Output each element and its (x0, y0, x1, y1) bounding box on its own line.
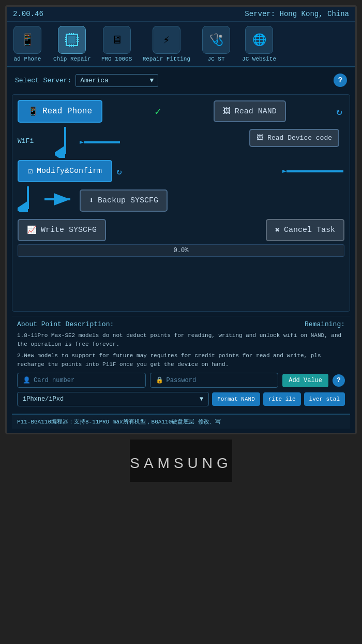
svg-rect-12 (71, 45, 72, 47)
cancel-x-icon: ✖ (275, 225, 280, 235)
device-actions-row: iPhxne/iPxd ▼ Format NAND rite ile iver … (17, 392, 345, 406)
nav-read-phone-label: ad Phone (14, 56, 41, 62)
server-info-text: Server: Hong Kong, China (245, 10, 349, 18)
arrow-down-left (55, 127, 76, 160)
refresh-icon: ↻ (336, 105, 342, 118)
help-button[interactable]: ? (334, 74, 347, 87)
read-phone-icon: 📱 (13, 26, 41, 54)
backup-icon: ⬇ (89, 196, 94, 206)
nand-icon: 🖼 (223, 107, 231, 116)
chevron-down-icon-2: ▼ (200, 396, 203, 403)
sidebar-item-chip-repair[interactable]: Chip Repair (48, 24, 96, 64)
lock-icon: 🔒 (156, 376, 163, 384)
remaining-label: Remaining: (305, 320, 345, 328)
sidebar-item-jc-st[interactable]: 🩺 JC ST (195, 24, 237, 64)
nav-jc-website-label: JC Website (242, 56, 276, 62)
description-area: About Point Description: Remaining: 1.8-… (12, 316, 350, 414)
backup-arrows-row: ⬇ Backup SYSCFG (18, 186, 344, 215)
server-select-value: America (80, 77, 109, 84)
sidebar-item-jc-website[interactable]: 🌐 JC Website (237, 24, 281, 64)
svg-rect-2 (65, 37, 67, 38)
main-content: Select Server: America ▼ ? 📱 Read Phone … (7, 67, 355, 433)
monitor: 2.00.46 Server: Hong Kong, China 📱 ad Ph… (0, 0, 362, 644)
device-code-icon: 🖼 (257, 134, 263, 142)
svg-rect-1 (68, 36, 76, 43)
sidebar-item-pro1000s[interactable]: 🖥 PRO 1000S (96, 24, 138, 64)
jc-website-icon: 🌐 (245, 26, 273, 54)
repair-fitting-icon: ⚡ (153, 26, 180, 54)
arrow-down-2 (18, 186, 38, 215)
jc-st-icon: 🩺 (202, 26, 230, 54)
nav-chip-repair-label: Chip Repair (53, 56, 91, 62)
device-select-dropdown[interactable]: iPhxne/iPxd ▼ (17, 392, 209, 406)
checkbox-icon: ☑ (28, 166, 33, 176)
wifi-label: WiFi (18, 137, 34, 145)
read-device-code-button[interactable]: 🖼 Read Device code (249, 129, 339, 147)
svg-rect-4 (65, 41, 67, 42)
server-row: Select Server: America ▼ ? (12, 71, 350, 89)
card-number-placeholder: Card number (34, 377, 74, 384)
description-text-1: 1.8-11Pro Max-SE2 models do not deduct p… (17, 331, 345, 348)
read-phone-button[interactable]: 📱 Read Phone (18, 100, 102, 123)
samsung-label: SAMSUNG (130, 455, 232, 471)
modify-refresh-icon: ↻ (116, 166, 122, 177)
desc-header: About Point Description: Remaining: (17, 320, 345, 328)
write-cancel-row: 📈 Write SYSCFG ✖ Cancel Task (18, 219, 344, 241)
modify-confirm-button[interactable]: ☑ Modify&Confirm (18, 160, 112, 182)
about-point-label: About Point Description: (17, 320, 114, 328)
svg-rect-9 (71, 33, 72, 35)
write-icon: 📈 (27, 225, 37, 235)
backup-syscfg-button[interactable]: ⬇ Backup SYSCFG (80, 189, 168, 212)
cancel-task-button[interactable]: ✖ Cancel Task (266, 219, 344, 241)
help-button-small[interactable]: ? (333, 374, 345, 387)
modify-confirm-row: ☑ Modify&Confirm ↻ (18, 160, 344, 182)
user-icon: 👤 (23, 376, 31, 384)
chevron-down-icon: ▼ (149, 77, 154, 84)
chip-repair-icon (58, 26, 86, 54)
password-field[interactable]: 🔒 Password (150, 373, 279, 388)
arrow-from-right (126, 164, 344, 179)
top-nav: 📱 ad Phone (7, 22, 355, 67)
arrow-left-indicator (80, 132, 121, 153)
svg-rect-13 (73, 45, 74, 47)
read-phone-checkmark: ✓ (155, 105, 161, 118)
card-password-row: 👤 Card number 🔒 Password Add Value ? (17, 373, 345, 388)
server-select-dropdown[interactable]: America ▼ (76, 74, 158, 87)
svg-rect-3 (65, 39, 67, 40)
server-label-text: Select Server: (15, 77, 71, 84)
nav-repair-fitting-label: Repair Fitting (143, 56, 190, 62)
svg-rect-6 (77, 39, 79, 40)
bottom-status-bar: P11-BGA110编程器：支持8-11PRO max所有机型，BGA110硬盘… (12, 414, 350, 429)
card-number-field[interactable]: 👤 Card number (17, 373, 146, 388)
nav-jc-st-label: JC ST (208, 56, 225, 62)
add-value-button[interactable]: Add Value (282, 374, 328, 387)
pro1000s-icon: 🖥 (103, 26, 131, 54)
svg-rect-10 (73, 33, 74, 35)
nav-pro1000s-label: PRO 1000S (101, 56, 132, 62)
write-file-button[interactable]: rite ile (263, 392, 301, 406)
screen: 2.00.46 Server: Hong Kong, China 📱 ad Ph… (5, 5, 357, 434)
sidebar-item-read-phone[interactable]: 📱 ad Phone (7, 24, 48, 64)
svg-rect-7 (77, 41, 79, 42)
arrow-right-1 (43, 192, 74, 210)
workflow-area: 📱 Read Phone ✓ 🖼 Read NAND ↻ WiFi (12, 94, 350, 312)
svg-rect-8 (69, 33, 70, 35)
status-bar: 2.00.46 Server: Hong Kong, China (7, 7, 355, 22)
samsung-brand: SAMSUNG (130, 440, 232, 482)
driver-install-button[interactable]: iver stal (304, 392, 345, 406)
progress-text: 0.0% (174, 247, 189, 254)
read-device-code-button-container: 🖼 Read Device code (249, 129, 339, 147)
read-nand-button[interactable]: 🖼 Read NAND (214, 100, 286, 122)
sidebar-item-repair-fitting[interactable]: ⚡ Repair Fitting (138, 24, 195, 64)
workflow-top-row: 📱 Read Phone ✓ 🖼 Read NAND ↻ (18, 100, 344, 123)
svg-rect-11 (69, 45, 70, 47)
phone-icon: 📱 (28, 106, 38, 116)
format-nand-button[interactable]: Format NAND (212, 392, 260, 406)
device-select-value: iPhxne/iPxd (23, 396, 64, 403)
write-syscfg-button[interactable]: 📈 Write SYSCFG (18, 219, 106, 241)
status-text: P11-BGA110编程器：支持8-11PRO max所有机型，BGA110硬盘… (17, 419, 221, 425)
svg-rect-5 (77, 37, 79, 38)
description-text-2: 2.New models to support for future may r… (17, 352, 345, 369)
password-placeholder: Password (167, 377, 197, 384)
progress-bar-container: 0.0% (18, 244, 344, 257)
